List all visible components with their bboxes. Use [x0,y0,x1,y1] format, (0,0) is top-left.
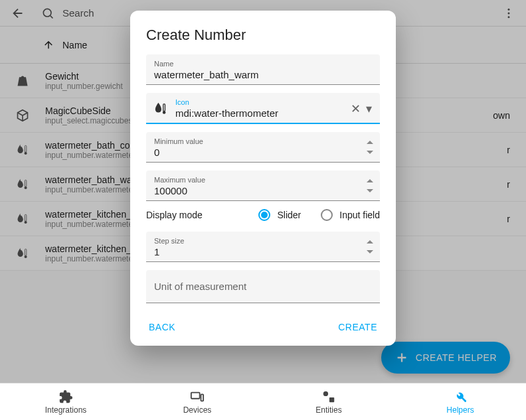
number-spinner[interactable] [365,141,375,154]
dialog-title: Create Number [130,27,396,54]
back-button[interactable]: BACK [149,322,175,332]
svg-rect-12 [163,104,165,111]
name-field[interactable]: Name watermeter_bath_warm [146,54,380,85]
svg-rect-15 [201,394,204,401]
radio-checked[interactable] [258,209,270,221]
clear-icon[interactable]: ✕ [351,102,361,116]
icon-field[interactable]: Icon mdi:water-thermometer ✕ ▾ [146,93,380,124]
number-spinner[interactable] [365,240,375,253]
display-mode-row: Display mode Slider Input field [130,209,396,221]
tab-integrations[interactable]: Integrations [0,384,132,420]
chevron-down-icon[interactable]: ▾ [366,102,372,116]
radio-unchecked[interactable] [321,209,333,221]
svg-rect-14 [191,392,200,398]
number-spinner[interactable] [365,179,375,192]
display-mode-input-field[interactable]: Input field [321,209,380,221]
create-number-dialog: Create Number Name watermeter_bath_warm … [130,11,396,346]
bottom-nav: Integrations Devices Entities Helpers [0,383,526,420]
tab-entities[interactable]: Entities [263,384,394,420]
svg-rect-17 [329,397,334,401]
devices-icon [190,389,205,404]
maximum-value-field[interactable]: Maximum value 100000 [146,171,380,201]
tab-devices[interactable]: Devices [132,384,263,420]
puzzle-icon [58,389,73,404]
minimum-value-field[interactable]: Minimum value 0 [146,132,380,163]
unit-of-measurement-field[interactable]: Unit of measurement [146,270,380,303]
display-mode-slider[interactable]: Slider [258,209,301,221]
svg-point-13 [163,111,166,114]
entities-icon [321,389,336,404]
step-size-field[interactable]: Step size 1 [146,232,380,262]
water-thermometer-icon [154,102,169,116]
svg-point-16 [323,391,328,395]
tools-icon [453,389,468,404]
tab-helpers[interactable]: Helpers [394,384,526,420]
create-button[interactable]: CREATE [338,322,377,332]
